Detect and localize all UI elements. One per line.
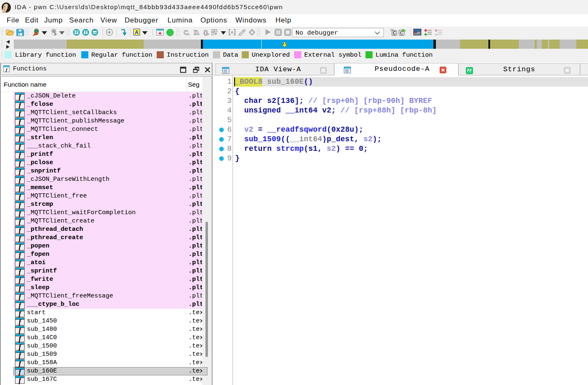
svg-text:KM: KM	[93, 32, 97, 34]
svg-text:A: A	[135, 30, 138, 35]
svg-text:C: C	[393, 30, 396, 35]
svg-text:#: #	[75, 30, 78, 35]
svg-text:T: T	[84, 30, 88, 35]
svg-text:C: C	[184, 29, 188, 36]
